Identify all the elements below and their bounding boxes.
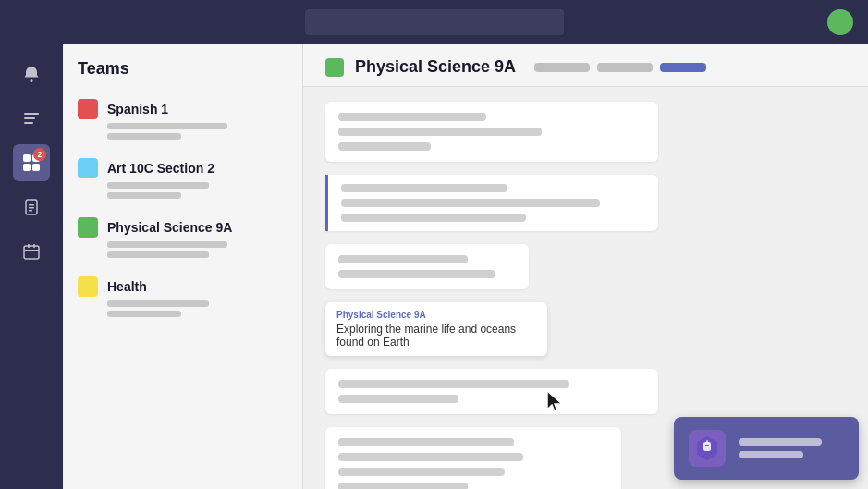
team-subline-health-2 bbox=[107, 311, 181, 317]
svg-rect-6 bbox=[23, 164, 31, 171]
message-1 bbox=[325, 102, 658, 162]
msg-line bbox=[338, 438, 514, 446]
team-header-spanish1: Spanish 1 bbox=[78, 99, 287, 119]
team-name-art10c: Art 10C Section 2 bbox=[107, 161, 214, 176]
nav-calendar[interactable] bbox=[13, 233, 50, 270]
message-3 bbox=[325, 369, 658, 414]
team-dot-spanish1 bbox=[78, 99, 98, 119]
svg-rect-3 bbox=[24, 122, 33, 124]
channel-title: Physical Science 9A bbox=[355, 57, 516, 77]
svg-rect-15 bbox=[24, 250, 39, 251]
svg-rect-10 bbox=[29, 207, 34, 209]
popup-line-2 bbox=[739, 451, 803, 458]
svg-rect-4 bbox=[23, 154, 31, 162]
msg-line bbox=[338, 113, 486, 121]
team-header-art10c: Art 10C Section 2 bbox=[78, 158, 287, 178]
svg-rect-17 bbox=[703, 442, 711, 451]
teams-badge: 2 bbox=[33, 148, 46, 161]
channel-meta bbox=[534, 63, 706, 72]
nav-teams[interactable]: 2 bbox=[13, 144, 50, 181]
channel-meta-pill-blue bbox=[660, 63, 706, 72]
msg-line bbox=[338, 380, 569, 388]
msg-line bbox=[338, 483, 468, 489]
message-thread bbox=[325, 175, 658, 231]
sidebar: Teams Spanish 1 Art 10C Section 2 Physic… bbox=[63, 44, 303, 489]
svg-rect-13 bbox=[28, 244, 30, 248]
cursor-icon bbox=[544, 389, 566, 415]
team-header-health: Health bbox=[78, 276, 287, 297]
team-dot-physci9a bbox=[78, 217, 98, 238]
msg-line bbox=[338, 395, 458, 403]
main-layout: 2 Teams Spanish 1 bbox=[0, 44, 868, 489]
nav-chat[interactable] bbox=[13, 100, 50, 137]
channel-color-dot bbox=[325, 58, 344, 77]
sidebar-item-spanish1[interactable]: Spanish 1 bbox=[63, 90, 302, 149]
tooltip-card: Physical Science 9A Exploring the marine… bbox=[325, 302, 547, 356]
sidebar-title: Teams bbox=[63, 59, 302, 90]
msg-line bbox=[338, 453, 523, 461]
team-subline-physci9a-1 bbox=[107, 241, 227, 248]
popup-icon-wrap bbox=[689, 430, 726, 467]
message-2 bbox=[325, 244, 529, 289]
msg-line bbox=[341, 214, 526, 222]
feed-area: Physical Science 9A Exploring the marine… bbox=[303, 87, 868, 489]
msg-line bbox=[338, 142, 431, 151]
tooltip-label: Physical Science 9A bbox=[336, 310, 536, 320]
svg-rect-11 bbox=[29, 210, 32, 212]
nav-bell[interactable] bbox=[13, 55, 50, 92]
svg-rect-1 bbox=[24, 113, 39, 115]
svg-rect-7 bbox=[32, 164, 40, 171]
msg-line bbox=[338, 255, 468, 263]
msg-line bbox=[341, 199, 600, 207]
popup-card[interactable] bbox=[674, 417, 859, 480]
svg-rect-2 bbox=[24, 117, 35, 119]
left-nav: 2 bbox=[0, 44, 63, 489]
nav-files[interactable] bbox=[13, 189, 50, 226]
avatar[interactable] bbox=[827, 9, 853, 35]
svg-rect-18 bbox=[705, 445, 709, 446]
svg-rect-9 bbox=[29, 204, 34, 206]
team-name-physci9a: Physical Science 9A bbox=[107, 220, 232, 235]
popup-lines bbox=[739, 438, 822, 458]
sidebar-item-art10c[interactable]: Art 10C Section 2 bbox=[63, 149, 302, 208]
tooltip-text: Exploring the marine life and oceans fou… bbox=[336, 323, 536, 348]
channel-header: Physical Science 9A bbox=[303, 44, 868, 87]
sidebar-item-health[interactable]: Health bbox=[63, 267, 302, 326]
team-subline-spanish1-2 bbox=[107, 133, 181, 140]
svg-rect-19 bbox=[706, 440, 708, 443]
message-4 bbox=[325, 427, 621, 489]
search-bar[interactable] bbox=[305, 9, 564, 35]
team-subline-physci9a-2 bbox=[107, 251, 209, 258]
team-subline-health-1 bbox=[107, 300, 209, 307]
channel-meta-pill-1 bbox=[534, 63, 590, 72]
main-content: Physical Science 9A bbox=[303, 44, 868, 489]
msg-line bbox=[338, 468, 505, 476]
top-bar bbox=[0, 0, 868, 44]
msg-line bbox=[338, 128, 542, 136]
svg-point-0 bbox=[31, 79, 33, 82]
team-dot-health bbox=[78, 276, 98, 297]
team-header-physci9a: Physical Science 9A bbox=[78, 217, 287, 238]
svg-rect-14 bbox=[33, 244, 35, 248]
backpack-icon bbox=[693, 434, 721, 462]
msg-line bbox=[338, 270, 495, 278]
channel-meta-pill-2 bbox=[597, 63, 653, 72]
sidebar-item-physci9a[interactable]: Physical Science 9A bbox=[63, 208, 302, 267]
popup-line-1 bbox=[739, 438, 822, 446]
msg-line bbox=[341, 184, 507, 192]
svg-rect-12 bbox=[24, 246, 39, 259]
team-name-spanish1: Spanish 1 bbox=[107, 102, 168, 116]
team-name-health: Health bbox=[107, 279, 147, 294]
team-dot-art10c bbox=[78, 158, 98, 178]
team-subline-art10c-2 bbox=[107, 192, 181, 199]
team-subline-art10c-1 bbox=[107, 182, 209, 189]
team-subline-spanish1-1 bbox=[107, 123, 227, 129]
